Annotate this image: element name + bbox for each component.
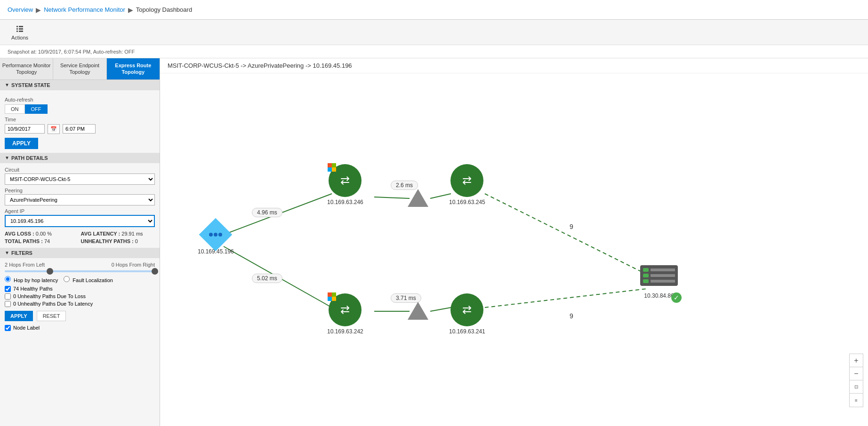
avg-latency-label: AVG LATENCY : <box>81 231 121 237</box>
filters-reset-button[interactable]: RESET <box>37 311 66 321</box>
node-label-bottom-left: 10.169.63.242 <box>327 328 363 335</box>
breadcrumb-sep-1: ▶ <box>36 6 41 14</box>
svg-line-11 <box>430 308 451 311</box>
date-input[interactable] <box>5 124 45 134</box>
ms-flag-top-left <box>328 163 336 172</box>
latency-paths-checkbox[interactable] <box>5 301 11 307</box>
sidebar: Performance Monitor Topology Service End… <box>0 58 160 426</box>
svg-rect-1 <box>16 28 18 30</box>
destination-node[interactable]: ✓ 10.30.84.86 <box>640 265 678 299</box>
zoom-out-button[interactable]: − <box>850 367 863 380</box>
healthy-paths-label: 74 Healthy Paths <box>13 286 53 292</box>
ms-q4-top-left <box>332 167 336 172</box>
dest-bar-2 <box>651 274 675 277</box>
agent-node[interactable]: 10.169.45.196 <box>198 223 234 255</box>
snapshot-bar: Snapshot at: 10/9/2017, 6:07:54 PM, Auto… <box>0 45 868 58</box>
node-top-left[interactable]: ⇄ 10.169.63.246 <box>327 164 363 205</box>
hops-right-thumb[interactable] <box>152 268 158 275</box>
tab-performance-monitor[interactable]: Performance Monitor Topology <box>0 58 53 79</box>
node-circle-top-left: ⇄ <box>329 164 362 197</box>
router-top[interactable] <box>408 189 428 207</box>
exchange-icon-bottom-left: ⇄ <box>340 303 350 316</box>
dest-bar-3 <box>651 280 675 283</box>
breadcrumb-sep-2: ▶ <box>128 6 133 14</box>
calendar-icon[interactable]: 📅 <box>48 124 60 134</box>
main-layout: Performance Monitor Topology Service End… <box>0 58 868 426</box>
exchange-icon-top-left: ⇄ <box>340 174 350 187</box>
dest-row-2 <box>643 274 675 277</box>
svg-line-9 <box>430 194 451 198</box>
agent-dot-1 <box>209 233 213 237</box>
hops-labels: 2 Hops From Left 0 Hops From Right <box>5 262 155 268</box>
loss-paths-row: 0 Unhealthy Paths Due To Loss <box>5 293 155 300</box>
canvas-area: MSIT-CORP-WCUS-Ckt-5 -> AzurePrivatePeer… <box>160 58 868 426</box>
tab-service-endpoint[interactable]: Service Endpoint Topology <box>53 58 106 79</box>
path-details-header[interactable]: ▼ PATH DETAILS <box>0 153 160 163</box>
loss-paths-label: 0 Unhealthy Paths Due To Loss <box>13 293 86 299</box>
system-state-label: SYSTEM STATE <box>11 82 50 88</box>
total-paths-label: TOTAL PATHS : <box>5 238 43 244</box>
triangle-top <box>408 189 428 207</box>
hop-by-hop-radio[interactable] <box>5 276 11 282</box>
healthy-paths-checkbox[interactable] <box>5 286 11 292</box>
time-input[interactable] <box>63 124 96 134</box>
agent-ip-select[interactable]: 10.169.45.196 <box>5 215 155 227</box>
auto-refresh-on[interactable]: ON <box>5 104 25 114</box>
latency-paths-label: 0 Unhealthy Paths Due To Latency <box>13 301 93 307</box>
hop-by-hop-label[interactable]: Hop by hop latency <box>5 276 58 283</box>
avg-latency-value: 29.91 ms <box>121 231 143 237</box>
actions-icon <box>15 24 24 34</box>
system-state-header[interactable]: ▼ SYSTEM STATE <box>0 80 160 90</box>
system-state-content: Auto-refresh ON OFF Time 📅 APPLY <box>0 90 160 153</box>
dest-row-1 <box>643 268 675 272</box>
circuit-label: Circuit <box>5 167 155 173</box>
dest-dot-3 <box>643 279 649 283</box>
agent-dot-3 <box>218 233 222 237</box>
node-label-checkbox[interactable] <box>5 325 11 331</box>
path-details-content: Circuit MSIT-CORP-WCUS-Ckt-5 Peering Azu… <box>0 163 160 335</box>
latency-badge-bottom-middle: 3.71 ms <box>391 293 421 303</box>
actions-button[interactable]: Actions <box>8 23 32 42</box>
breadcrumb-npm[interactable]: Network Performance Monitor <box>44 6 125 13</box>
canvas-title: MSIT-CORP-WCUS-Ckt-5 -> AzurePrivatePeer… <box>160 58 868 73</box>
path-details-arrow: ▼ <box>5 155 9 160</box>
exchange-icon-top-right: ⇄ <box>462 174 472 187</box>
breadcrumb-overview[interactable]: Overview <box>8 6 33 13</box>
node-bottom-left[interactable]: ⇄ 10.169.63.242 <box>327 293 363 335</box>
hops-right-label: 0 Hops From Right <box>112 262 155 268</box>
fault-localization-radio[interactable] <box>64 276 70 282</box>
breadcrumb-topology: Topology Dashboard <box>136 6 192 13</box>
node-bottom-right[interactable]: ⇄ 10.169.63.241 <box>449 293 485 335</box>
zoom-fit-button[interactable]: ⊡ <box>850 380 863 394</box>
filters-header[interactable]: ▼ FILTERS <box>0 248 160 258</box>
ms-q4-bottom-left <box>332 297 336 301</box>
dest-box: ✓ <box>640 265 678 286</box>
zoom-in-button[interactable]: + <box>850 354 863 367</box>
latency-badge-top-middle: 2.6 ms <box>391 181 418 190</box>
hops-slider-track <box>5 270 155 272</box>
agent-dot-2 <box>214 233 217 237</box>
peering-select[interactable]: AzurePrivatePeering <box>5 194 155 205</box>
filters-apply-button[interactable]: APPLY <box>5 311 33 321</box>
router-bottom[interactable] <box>408 302 428 320</box>
hops-left-thumb[interactable] <box>47 268 53 275</box>
path-details-label: PATH DETAILS <box>11 155 48 161</box>
ms-q1-bottom-left <box>328 292 332 297</box>
zoom-grid-button[interactable]: ≡ <box>850 394 863 407</box>
avg-loss-value: 0.00 % <box>36 231 52 237</box>
svg-rect-4 <box>19 28 23 30</box>
exchange-icon-bottom-right: ⇄ <box>462 303 472 316</box>
loss-paths-checkbox[interactable] <box>5 293 11 300</box>
agent-ip-label: Agent IP <box>5 208 155 214</box>
auto-refresh-off[interactable]: OFF <box>25 104 48 114</box>
healthy-paths-row: 74 Healthy Paths <box>5 286 155 292</box>
node-top-right[interactable]: ⇄ 10.169.63.245 <box>449 164 485 205</box>
tab-express-route[interactable]: Express Route Topology <box>107 58 160 79</box>
unhealthy-paths-label: UNHEALTHY PATHS : <box>81 238 134 244</box>
breadcrumb: Overview ▶ Network Performance Monitor ▶… <box>8 6 192 14</box>
apply-button[interactable]: APPLY <box>5 138 38 149</box>
actions-label: Actions <box>11 35 28 40</box>
circuit-select[interactable]: MSIT-CORP-WCUS-Ckt-5 <box>5 174 155 185</box>
toolbar: Actions <box>0 20 868 45</box>
fault-localization-label[interactable]: Fault Localization <box>64 276 113 283</box>
